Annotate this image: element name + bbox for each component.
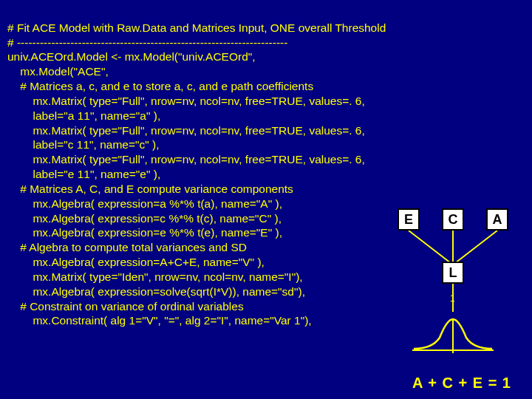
code-line: mx.Algebra( expression=a %*% t(a), name=… xyxy=(7,197,282,210)
code-line: label="e 11", name="e" ), xyxy=(7,168,160,180)
diagram-lines xyxy=(392,208,525,393)
code-line: mx.Algebra( expression=c %*% t(c), name=… xyxy=(7,212,282,225)
code-line: # Constraint on variance of ordinal vari… xyxy=(7,300,244,313)
code-line: mx.Algebra( expression=e %*% t(e), name=… xyxy=(7,226,282,239)
code-line: # Matrices a, c, and e to store a, c, an… xyxy=(7,80,313,92)
node-C: C xyxy=(442,208,464,231)
code-line: univ.ACEOrd.Model <- mx.Model("univ.ACEO… xyxy=(7,50,256,63)
node-A: A xyxy=(486,208,508,231)
node-E: E xyxy=(398,208,420,231)
formula-text: A + C + E = 1 xyxy=(392,375,532,392)
code-line: mx.Algebra( expression=solve(sqrt(I*V)),… xyxy=(7,285,305,298)
code-line: mx.Matrix( type="Full", nrow=nv, ncol=nv… xyxy=(7,124,365,137)
path-label-one: 1 xyxy=(450,293,455,304)
code-line: mx.Constraint( alg 1="V", "=", alg 2="I"… xyxy=(7,314,312,327)
code-line: # --------------------------------------… xyxy=(7,36,287,49)
svg-line-0 xyxy=(409,231,451,263)
code-line: mx.Model("ACE", xyxy=(7,65,109,78)
path-diagram: E C A L 1 A + C + E = 1 xyxy=(392,208,525,393)
code-line: # Algebra to compute total variances and… xyxy=(7,241,247,253)
code-line: # Matrices A, C, and E compute variance … xyxy=(7,183,293,195)
code-line: label="a 11", name="a" ), xyxy=(7,109,160,122)
node-L: L xyxy=(442,262,464,284)
svg-line-2 xyxy=(455,231,497,263)
code-line: mx.Matrix( type="Full", nrow=nv, ncol=nv… xyxy=(7,153,365,166)
code-line: mx.Matrix( type="Full", nrow=nv, ncol=nv… xyxy=(7,95,365,107)
code-line: # Fit ACE Model with Raw.Data and Matric… xyxy=(7,21,386,34)
code-line: label="c 11", name="c" ), xyxy=(7,138,160,151)
code-line: mx.Algebra( expression=A+C+E, name="V" )… xyxy=(7,256,265,268)
code-line: mx.Matrix( type="Iden", nrow=nv, ncol=nv… xyxy=(7,270,303,283)
